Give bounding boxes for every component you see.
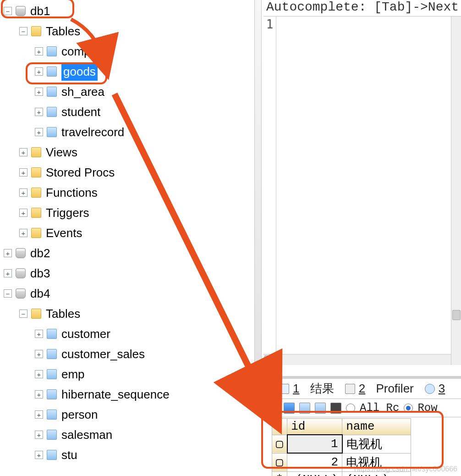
row-marker[interactable]: ▢	[272, 453, 287, 471]
tree-node-table-travelrecord[interactable]: travelrecord	[4, 122, 254, 142]
table-label: emp	[61, 365, 85, 383]
tree-node-table-customer[interactable]: customer	[4, 324, 254, 344]
db-label: db4	[30, 284, 50, 303]
object-tree[interactable]: db1 Tables company goods sh_area student…	[0, 0, 254, 465]
tree-node-tables-db4[interactable]: Tables	[4, 304, 254, 324]
collapse-icon[interactable]	[4, 7, 12, 15]
scrollbar-thumb[interactable]	[452, 310, 461, 320]
tree-node-db1[interactable]: db1	[4, 1, 254, 21]
tree-node-events[interactable]: Events	[4, 223, 254, 243]
column-header-name[interactable]: name	[342, 419, 411, 435]
expand-icon[interactable]	[35, 370, 43, 378]
tree-node-table-stu[interactable]: stu	[4, 445, 254, 465]
expand-icon[interactable]	[19, 168, 27, 177]
table-label: student	[61, 103, 100, 121]
expand-icon[interactable]	[19, 148, 27, 156]
table-icon	[47, 389, 57, 399]
expand-icon[interactable]	[35, 88, 43, 96]
tab-key: 2	[359, 382, 365, 396]
expand-icon[interactable]	[35, 431, 43, 439]
db-label: db1	[30, 2, 50, 20]
tab-profiler[interactable]: 2 Profiler	[345, 382, 414, 396]
folder-icon	[31, 167, 41, 177]
database-icon	[16, 288, 26, 299]
tree-node-triggers[interactable]: Triggers	[4, 203, 254, 223]
tree-node-functions[interactable]: Functions	[4, 183, 254, 203]
expand-icon[interactable]	[35, 390, 43, 399]
result-tabs: 1 结果 2 Profiler 3	[263, 379, 461, 399]
row-header-blank	[272, 419, 287, 435]
expand-icon[interactable]	[35, 330, 43, 338]
table-label: customer_sales	[61, 345, 145, 363]
results-panel: 1 结果 2 Profiler 3 All Rc Row id name	[263, 376, 461, 476]
table-row[interactable]: ▢ 1 电视机	[272, 435, 411, 453]
tree-node-table-sh-area[interactable]: sh_area	[4, 82, 254, 102]
cell-id[interactable]: 2	[287, 453, 342, 471]
expand-icon[interactable]	[19, 188, 27, 197]
expand-icon[interactable]	[35, 128, 43, 136]
splitter-vertical[interactable]	[254, 0, 262, 380]
tree-node-table-company[interactable]: company	[4, 41, 254, 61]
collapse-icon[interactable]	[4, 289, 12, 298]
table-icon	[47, 127, 57, 137]
row-marker[interactable]: ▢	[272, 435, 287, 453]
tree-node-db4[interactable]: db4	[4, 283, 254, 304]
tree-node-table-student[interactable]: student	[4, 102, 254, 122]
column-header-id[interactable]: id	[287, 419, 342, 435]
tree-node-table-person[interactable]: person	[4, 404, 254, 425]
expand-icon[interactable]	[4, 269, 12, 277]
tree-node-tables-db1[interactable]: Tables	[4, 21, 254, 41]
tree-node-views[interactable]: Views	[4, 142, 254, 162]
tree-node-table-customer-sales[interactable]: customer_sales	[4, 344, 254, 364]
table-label: salesman	[61, 426, 112, 444]
expand-icon[interactable]	[35, 350, 43, 358]
folder-icon	[31, 26, 41, 36]
table-icon	[47, 430, 57, 440]
folder-icon	[31, 228, 41, 238]
tree-node-table-goods[interactable]: goods	[4, 61, 254, 82]
table-label: sh_area	[61, 83, 104, 101]
folder-label: Stored Procs	[46, 163, 115, 182]
tab-info[interactable]: 3	[425, 382, 445, 396]
table-icon	[47, 46, 57, 56]
tree-node-table-emp[interactable]: emp	[4, 364, 254, 384]
save-icon[interactable]	[284, 403, 295, 414]
radio-all-rows[interactable]	[346, 404, 355, 413]
expand-icon[interactable]	[35, 108, 43, 116]
tree-node-table-hibernate-sequence[interactable]: hibernate_sequence	[4, 384, 254, 404]
editor-scrollbar-vertical[interactable]	[451, 17, 461, 365]
table-label: company	[61, 42, 110, 61]
expand-icon[interactable]	[19, 229, 27, 237]
tree-node-db2[interactable]: db2	[4, 243, 254, 263]
collapse-icon[interactable]	[19, 27, 27, 35]
profiler-icon	[345, 384, 355, 394]
expand-icon[interactable]	[35, 67, 43, 76]
add-row-icon[interactable]	[268, 403, 279, 414]
grid-delete-icon[interactable]	[315, 403, 326, 414]
expand-icon[interactable]	[35, 410, 43, 419]
folder-label: Tables	[46, 22, 80, 40]
expand-icon[interactable]	[19, 209, 27, 217]
expand-icon[interactable]	[35, 451, 43, 459]
expand-icon[interactable]	[4, 249, 12, 257]
table-label-selected: goods	[61, 62, 98, 81]
tab-results[interactable]: 1 结果	[279, 381, 334, 397]
tree-node-table-salesman[interactable]: salesman	[4, 425, 254, 445]
folder-icon	[31, 147, 41, 157]
cell-id[interactable]: (NULL)	[287, 471, 342, 476]
collapse-icon[interactable]	[19, 310, 27, 318]
radio-row-range[interactable]	[404, 404, 413, 413]
filter-icon[interactable]	[330, 403, 341, 414]
tab-key: 1	[293, 382, 299, 396]
scrollbar-thumb[interactable]	[264, 355, 274, 364]
row-marker-new[interactable]: *	[272, 471, 287, 476]
sql-editor[interactable]: 1 ◀	[263, 17, 461, 365]
editor-scrollbar-horizontal[interactable]: ◀	[263, 354, 461, 365]
tree-node-stored-procs[interactable]: Stored Procs	[4, 162, 254, 183]
expand-icon[interactable]	[35, 47, 43, 55]
cell-name[interactable]: 电视机	[342, 435, 411, 453]
cell-id[interactable]: 1	[287, 435, 342, 453]
grid-icon[interactable]	[299, 403, 310, 414]
tree-node-db3[interactable]: db3	[4, 263, 254, 283]
table-icon	[47, 410, 57, 420]
